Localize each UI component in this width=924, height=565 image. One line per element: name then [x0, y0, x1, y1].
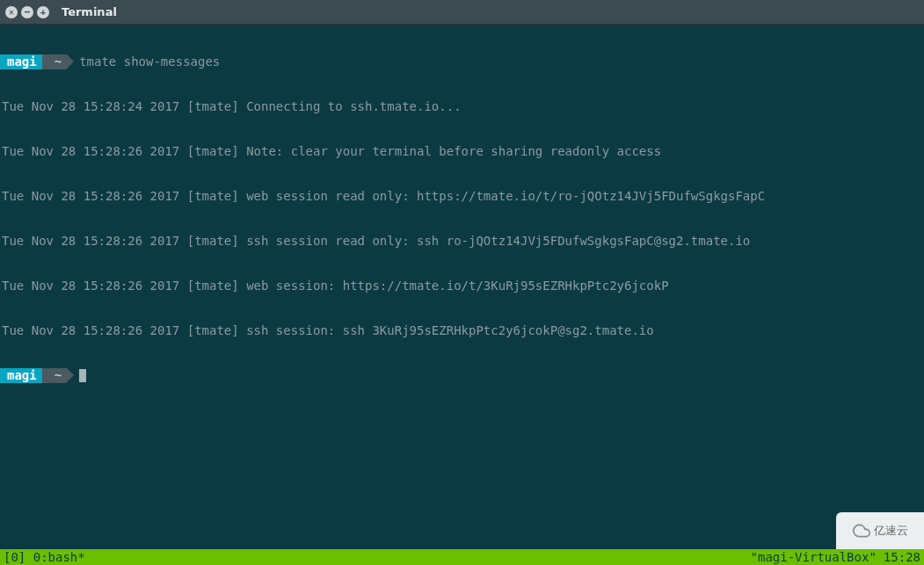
watermark-text: 亿速云: [874, 523, 908, 539]
prompt-line: magi ~ tmate show-messages: [0, 54, 924, 69]
window-titlebar: ✕ – + Terminal: [0, 0, 924, 25]
prompt-line: magi ~: [0, 368, 924, 383]
tmux-statusbar: [0] 0:bash* "magi-VirtualBox" 15:28: [0, 549, 924, 565]
terminal-output-line: Tue Nov 28 15:28:26 2017 [tmate] web ses…: [0, 279, 924, 293]
prompt-path: ~: [42, 54, 67, 69]
terminal-output-line: Tue Nov 28 15:28:26 2017 [tmate] ssh ses…: [0, 234, 924, 249]
statusbar-host: "magi-VirtualBox": [751, 549, 877, 565]
window-title: Terminal: [62, 5, 117, 18]
cloud-icon: [853, 522, 870, 540]
watermark-badge: 亿速云: [836, 512, 924, 549]
prompt-user: magi: [0, 368, 42, 383]
close-icon[interactable]: ✕: [5, 6, 18, 18]
prompt-user: magi: [0, 54, 42, 69]
terminal-output-line: Tue Nov 28 15:28:26 2017 [tmate] web ses…: [0, 189, 924, 204]
maximize-icon[interactable]: +: [37, 6, 49, 18]
terminal-output-line: Tue Nov 28 15:28:26 2017 [tmate] Note: c…: [0, 144, 924, 159]
cursor-icon: [79, 369, 86, 382]
terminal-output-line: Tue Nov 28 15:28:24 2017 [tmate] Connect…: [0, 99, 924, 114]
terminal-output-line: Tue Nov 28 15:28:26 2017 [tmate] ssh ses…: [0, 323, 924, 338]
statusbar-time: 15:28: [884, 549, 920, 565]
prompt-command: tmate show-messages: [67, 54, 220, 69]
terminal-area[interactable]: magi ~ tmate show-messages Tue Nov 28 15…: [0, 25, 924, 547]
statusbar-left: [0] 0:bash*: [4, 549, 85, 565]
minimize-icon[interactable]: –: [21, 6, 33, 18]
prompt-path: ~: [42, 368, 67, 383]
